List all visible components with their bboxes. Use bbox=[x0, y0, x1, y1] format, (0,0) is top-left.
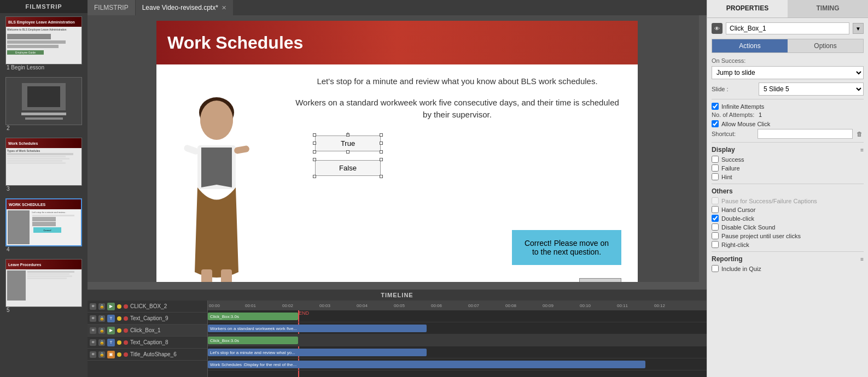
props-tab-timing[interactable]: TIMING bbox=[788, 0, 868, 17]
handle-br2 bbox=[380, 175, 383, 178]
answer-false-container[interactable]: False bbox=[315, 160, 381, 176]
tab-filmstrip[interactable]: FILMSTRIP bbox=[88, 0, 136, 15]
track-eye-icon-4[interactable]: 👁 bbox=[90, 351, 96, 358]
display-failure-checkbox[interactable] bbox=[712, 164, 719, 172]
slide-label: Slide : bbox=[712, 86, 755, 92]
filmstrip-slide-2[interactable]: 2 bbox=[5, 77, 82, 131]
track-row-2[interactable]: 👁 🔒 ▶ Click_Box_1 bbox=[88, 325, 207, 337]
canvas-area: Work Schedules bbox=[88, 15, 707, 290]
track-row-1[interactable]: 👁 🔒 T Text_Caption_9 bbox=[88, 313, 207, 325]
handle-bc bbox=[346, 150, 349, 154]
shortcut-delete-icon[interactable]: 🗑 bbox=[855, 129, 864, 138]
pause-project-row: Pause project until user clicks bbox=[712, 232, 864, 239]
display-success-checkbox[interactable] bbox=[712, 156, 719, 163]
display-failure-label: Failure bbox=[721, 165, 740, 172]
slide-canvas: Work Schedules bbox=[156, 21, 638, 290]
answer-true[interactable]: True bbox=[315, 136, 381, 151]
canvas-scrollbar-horizontal[interactable] bbox=[88, 282, 699, 290]
slide-thumbnail-3[interactable]: Work Schedules Types of Work Schedules bbox=[5, 138, 82, 186]
props-tab-properties[interactable]: PROPERTIES bbox=[707, 0, 788, 17]
handle-line bbox=[348, 132, 348, 136]
timeline-tracks: 👁 🔒 ▶ CLICK_BOX_2 👁 🔒 T Text_Caption_9 bbox=[88, 301, 208, 377]
track-lock-icon-2[interactable]: 🔒 bbox=[98, 327, 105, 334]
track-row-0[interactable]: 👁 🔒 ▶ CLICK_BOX_2 bbox=[88, 301, 207, 313]
track-dot-yellow-4 bbox=[117, 352, 121, 357]
props-name-input[interactable] bbox=[726, 22, 849, 34]
track-dot-yellow-0 bbox=[117, 304, 121, 309]
tab-close-icon[interactable]: ✕ bbox=[222, 4, 226, 11]
timeline-bar-4[interactable]: Work Schedules :Display for the rest of … bbox=[208, 361, 645, 368]
filmstrip-slide-4[interactable]: WORK SCHEDULES Let's stop for a minute a… bbox=[5, 198, 82, 252]
props-eye-icon[interactable]: 👁 bbox=[712, 23, 723, 34]
timeline-bar-2[interactable]: Click_Box:3.0s bbox=[208, 337, 298, 344]
include-in-quiz-checkbox[interactable] bbox=[712, 265, 719, 272]
slide-body: Let's stop for a minute and review what … bbox=[156, 64, 638, 290]
display-section-title: Display ≡ bbox=[712, 146, 864, 154]
props-tab-bar: PROPERTIES TIMING bbox=[707, 0, 868, 18]
slide-thumbnail-5[interactable]: Leave Procedures bbox=[5, 259, 82, 307]
on-success-select[interactable]: Jump to slide bbox=[712, 66, 864, 79]
filmstrip-slide-5[interactable]: Leave Procedures 5 bbox=[5, 259, 82, 313]
slide-label-4: 4 bbox=[5, 246, 82, 252]
slide-thumbnail-2[interactable] bbox=[5, 77, 82, 125]
track-row-3[interactable]: 👁 🔒 T Text_Caption_8 bbox=[88, 337, 207, 349]
include-in-quiz-label: Include in Quiz bbox=[721, 266, 761, 272]
track-row-4[interactable]: 👁 🔒 ▣ Title_AutoShape_6 bbox=[88, 349, 207, 361]
display-hint-checkbox[interactable] bbox=[712, 173, 719, 180]
reporting-expand-icon[interactable]: ≡ bbox=[860, 256, 864, 262]
question-text: Let's stop for a minute and review what … bbox=[293, 75, 621, 88]
canvas-scrollbar-vertical[interactable] bbox=[699, 15, 707, 290]
timeline-bar-1[interactable]: Workers on a standard workweek work five… bbox=[208, 325, 427, 332]
filmstrip-slide-1[interactable]: BLS Employee Leave Administration Welcom… bbox=[5, 16, 82, 70]
track-dot-red-4 bbox=[124, 352, 128, 357]
pause-project-checkbox[interactable] bbox=[712, 232, 719, 239]
track-name-3: Text_Caption_8 bbox=[130, 339, 205, 345]
answer-false[interactable]: False bbox=[315, 160, 381, 176]
display-success-label: Success bbox=[721, 156, 744, 163]
slide-thumbnail-1[interactable]: BLS Employee Leave Administration Welcom… bbox=[5, 16, 82, 64]
display-hint-row: Hint bbox=[712, 173, 864, 180]
timeline-bar-0[interactable]: Click_Box:3.0s bbox=[208, 313, 298, 320]
statement-text: Workers on a standard workweek work five… bbox=[293, 97, 621, 121]
handle-ml bbox=[313, 142, 316, 145]
slide-thumbnail-4[interactable]: WORK SCHEDULES Let's stop for a minute a… bbox=[5, 198, 82, 246]
track-eye-icon-3[interactable]: 👁 bbox=[90, 339, 96, 346]
track-name-0: CLICK_BOX_2 bbox=[130, 303, 205, 309]
slide-title: Work Schedules bbox=[167, 33, 303, 53]
on-success-label: On Success: bbox=[712, 57, 864, 64]
right-click-checkbox[interactable] bbox=[712, 241, 719, 248]
display-expand-icon[interactable]: ≡ bbox=[860, 147, 864, 153]
shortcut-input[interactable] bbox=[758, 129, 853, 139]
track-lock-icon-3[interactable]: 🔒 bbox=[98, 339, 105, 346]
slide-label-5: 5 bbox=[5, 307, 82, 313]
props-action-tab-actions[interactable]: Actions bbox=[712, 39, 788, 52]
infinite-attempts-checkbox[interactable] bbox=[712, 103, 719, 110]
disable-click-sound-checkbox[interactable] bbox=[712, 223, 719, 231]
slide-label-3: 3 bbox=[5, 186, 82, 192]
slide-select[interactable]: 5 Slide 5 bbox=[759, 83, 864, 96]
answer-true-container[interactable]: True bbox=[315, 136, 381, 151]
right-click-row: Right-click bbox=[712, 241, 864, 248]
props-expand-btn[interactable]: ▼ bbox=[853, 23, 864, 34]
svg-rect-4 bbox=[183, 144, 200, 156]
track-eye-icon-1[interactable]: 👁 bbox=[90, 315, 96, 322]
slide-content: Let's stop for a minute and review what … bbox=[277, 64, 638, 290]
tab-document[interactable]: Leave Video-revised.cptx* ✕ bbox=[136, 0, 234, 15]
track-lock-icon-4[interactable]: 🔒 bbox=[98, 351, 105, 358]
track-lock-icon-0[interactable]: 🔒 bbox=[98, 303, 105, 310]
handle-tl bbox=[313, 133, 316, 137]
handle-bl bbox=[313, 150, 316, 154]
track-type-icon-1: T bbox=[107, 315, 115, 322]
filmstrip-slide-3[interactable]: Work Schedules Types of Work Schedules 3 bbox=[5, 138, 82, 192]
props-action-tab-options[interactable]: Options bbox=[788, 39, 863, 52]
track-eye-icon-0[interactable]: 👁 bbox=[90, 303, 96, 310]
track-lock-icon-1[interactable]: 🔒 bbox=[98, 315, 105, 322]
timeline-bar-3[interactable]: Let's stop for a minute and review what … bbox=[208, 349, 427, 356]
allow-mouse-click-checkbox[interactable] bbox=[712, 120, 719, 127]
answer-options: True bbox=[315, 136, 621, 176]
track-eye-icon-2[interactable]: 👁 bbox=[90, 327, 96, 334]
pause-success-checkbox[interactable] bbox=[712, 197, 719, 204]
hand-cursor-checkbox[interactable] bbox=[712, 206, 719, 213]
double-click-checkbox[interactable] bbox=[712, 215, 719, 222]
tab-document-label: Leave Video-revised.cptx* bbox=[142, 4, 218, 11]
